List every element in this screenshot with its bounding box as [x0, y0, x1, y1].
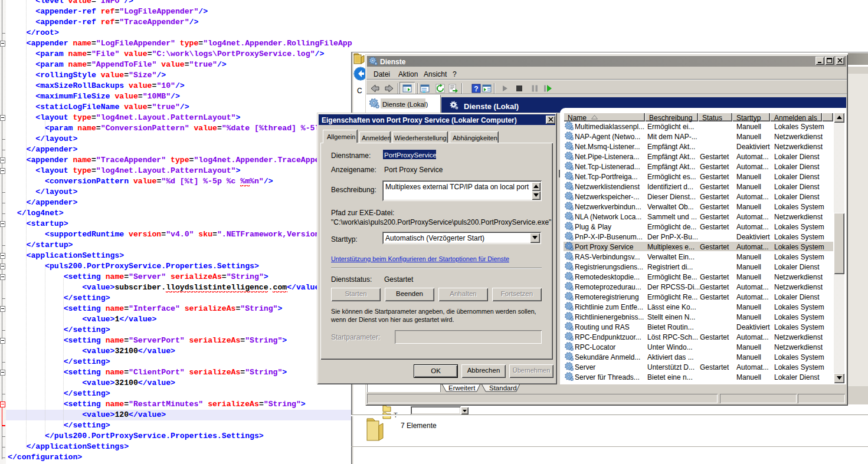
- svg-text:?: ?: [474, 85, 478, 93]
